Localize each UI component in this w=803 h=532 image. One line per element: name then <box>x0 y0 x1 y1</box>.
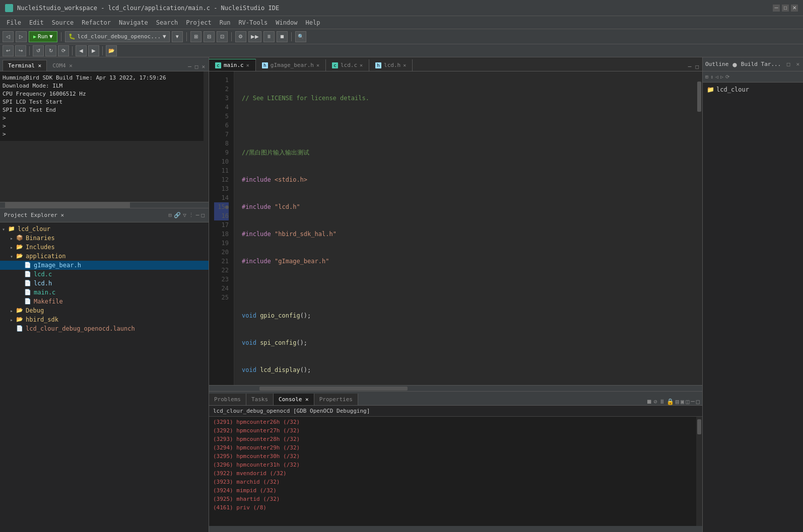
back-button[interactable]: ◁ <box>3 31 14 42</box>
console-minimize-btn[interactable]: ─ <box>691 398 695 405</box>
tree-item-makefile[interactable]: 📄 Makefile <box>0 297 209 306</box>
tab-outline[interactable]: Outline <box>705 61 728 67</box>
tree-item-lcd-h[interactable]: 📄 lcd.h <box>0 279 209 288</box>
maximize-button[interactable]: □ <box>782 5 789 12</box>
menu-run[interactable]: Run <box>216 18 235 28</box>
tab-tasks[interactable]: Tasks <box>246 394 274 405</box>
tab-gimage-bear[interactable]: h gImage_bear.h ✕ <box>256 59 326 71</box>
tab-console[interactable]: Console ✕ <box>274 394 314 405</box>
tab-close-gimage[interactable]: ✕ <box>316 62 319 68</box>
tb2-open[interactable]: 📂 <box>106 45 117 56</box>
editor-hscroll[interactable] <box>209 385 702 391</box>
tree-item-main-c[interactable]: 📄 main.c <box>0 288 209 297</box>
console-pause-btn[interactable]: ⏸ <box>659 398 665 405</box>
toolbar-btn-4[interactable]: ⚙ <box>235 31 246 42</box>
terminal-close-btn[interactable]: ✕ <box>200 62 206 71</box>
menu-window[interactable]: Window <box>272 18 301 28</box>
toolbar-btn-7[interactable]: ⏹ <box>277 31 288 42</box>
tree-item-lcd-clour[interactable]: ▾ 📁 lcd_clour <box>0 224 209 234</box>
tree-item-application[interactable]: ▾ 📂 application <box>0 252 209 261</box>
menu-edit[interactable]: Edit <box>25 18 48 28</box>
toolbar-btn-3[interactable]: ⊡ <box>217 31 228 42</box>
tab-properties[interactable]: Properties <box>314 394 358 405</box>
terminal-maximize-btn[interactable]: □ <box>194 62 199 71</box>
tab-terminal[interactable]: Terminal ✕ <box>3 60 47 71</box>
tree-item-launch[interactable]: 📄 lcd_clour_debug_openocd.launch <box>0 324 209 333</box>
menu-source[interactable]: Source <box>48 18 78 28</box>
outline-maximize-btn[interactable]: □ <box>786 60 791 68</box>
tab-lcd-h[interactable]: h lcd.h ✕ <box>369 59 413 71</box>
ln-1: 1 <box>214 75 229 85</box>
menu-project[interactable]: Project <box>182 18 216 28</box>
toolbar-btn-2[interactable]: ⊟ <box>204 31 215 42</box>
console-action4[interactable]: ◫ <box>686 398 689 405</box>
project-link-btn[interactable]: 🔗 <box>174 212 181 218</box>
console-vscrollbar[interactable] <box>696 417 702 526</box>
outline-tb-btn3[interactable]: ◁ <box>715 74 718 80</box>
outline-circle-btn[interactable]: ● <box>732 60 737 68</box>
tree-item-includes[interactable]: ▸ 📂 Includes <box>0 243 209 252</box>
outline-tb-btn1[interactable]: ⊞ <box>705 74 708 80</box>
tree-item-hbird-sdk[interactable]: ▸ 📂 hbird_sdk <box>0 315 209 324</box>
console-clear-btn[interactable]: ⊘ <box>654 398 657 405</box>
tb2-btn-4[interactable]: ↻ <box>45 45 56 56</box>
outline-item-lcd-clour[interactable]: 📁 lcd_clour <box>705 85 801 95</box>
menu-refactor[interactable]: Refactor <box>78 18 115 28</box>
toolbar-btn-1[interactable]: ⊞ <box>190 31 202 42</box>
debug-config-settings[interactable]: ▼ <box>172 31 183 42</box>
project-filter-btn[interactable]: ▽ <box>183 212 186 218</box>
editor-minimize-btn[interactable]: ─ <box>687 62 693 71</box>
project-menu-btn[interactable]: ⋮ <box>188 212 194 218</box>
console-action3[interactable]: ▣ <box>681 398 684 405</box>
close-button[interactable]: ✕ <box>791 5 798 12</box>
code-editor[interactable]: // See LICENSE for license details. //黑白… <box>234 71 696 385</box>
menu-navigate[interactable]: Navigate <box>115 18 152 28</box>
tab-lcd-c[interactable]: c lcd.c ✕ <box>326 59 369 71</box>
debug-config-dropdown[interactable]: 🐛 lcd_clour_debug_openoc... ▼ <box>65 31 170 42</box>
toolbar-btn-5[interactable]: ▶▶ <box>248 31 261 42</box>
outline-tb-btn4[interactable]: ▷ <box>720 74 723 80</box>
tab-com4[interactable]: COM4 ✕ <box>47 60 78 71</box>
console-hscroll[interactable] <box>209 526 702 532</box>
menu-rvtools[interactable]: RV-Tools <box>234 18 272 28</box>
console-action2[interactable]: ▤ <box>676 398 679 405</box>
editor-vscrollbar[interactable] <box>696 71 702 385</box>
project-collapse-btn[interactable]: ⊟ <box>169 212 172 218</box>
outline-tb-btn5[interactable]: ⟳ <box>725 74 729 80</box>
tree-item-binaries[interactable]: ▸ 📦 Binaries <box>0 234 209 243</box>
toolbar-btn-6[interactable]: ⏸ <box>263 31 275 42</box>
tab-close-main[interactable]: ✕ <box>246 62 249 68</box>
project-maximize-btn[interactable]: □ <box>201 212 205 218</box>
toolbar-search[interactable]: 🔍 <box>295 31 306 42</box>
outline-close-btn[interactable]: ✕ <box>795 60 800 68</box>
terminal-minimize-btn[interactable]: ─ <box>187 62 192 71</box>
terminal-hscroll[interactable] <box>0 202 209 208</box>
tab-close-lcd-c[interactable]: ✕ <box>360 62 363 68</box>
tree-item-debug[interactable]: ▸ 📂 Debug <box>0 306 209 315</box>
tree-item-lcd-c[interactable]: 📄 lcd.c <box>0 270 209 279</box>
terminal-scrollbar[interactable] <box>204 71 209 202</box>
minimize-button[interactable]: ─ <box>773 5 780 12</box>
editor-maximize-btn[interactable]: □ <box>694 62 700 71</box>
tb2-btn-5[interactable]: ⟳ <box>58 45 69 56</box>
tab-build-tar[interactable]: Build Tar... <box>741 61 781 67</box>
tab-main-c[interactable]: c main.c ✕ <box>209 59 256 71</box>
menu-help[interactable]: Help <box>302 18 324 28</box>
menu-file[interactable]: File <box>3 18 25 28</box>
tb2-btn-1[interactable]: ↩ <box>3 45 14 56</box>
tree-item-gimage-bear[interactable]: 📄 gImage_bear.h <box>0 261 209 270</box>
console-stop-btn[interactable]: ⏹ <box>646 398 652 405</box>
tb2-btn-3[interactable]: ↺ <box>33 45 44 56</box>
menu-search[interactable]: Search <box>152 18 182 28</box>
forward-button[interactable]: ▷ <box>16 31 27 42</box>
outline-tb-btn2[interactable]: ↕ <box>710 74 713 80</box>
tab-close-lcd-h[interactable]: ✕ <box>403 62 406 68</box>
tb2-btn-6[interactable]: ◀ <box>76 45 87 56</box>
tb2-btn-7[interactable]: ▶ <box>88 45 99 56</box>
console-maximize-btn[interactable]: □ <box>696 398 700 405</box>
console-lock-btn[interactable]: 🔒 <box>666 398 674 405</box>
tab-problems[interactable]: Problems <box>209 394 246 405</box>
run-button[interactable]: ▶ Run ▼ <box>29 31 57 42</box>
project-minimize-btn[interactable]: ─ <box>196 212 199 218</box>
tb2-btn-2[interactable]: ↪ <box>15 45 26 56</box>
